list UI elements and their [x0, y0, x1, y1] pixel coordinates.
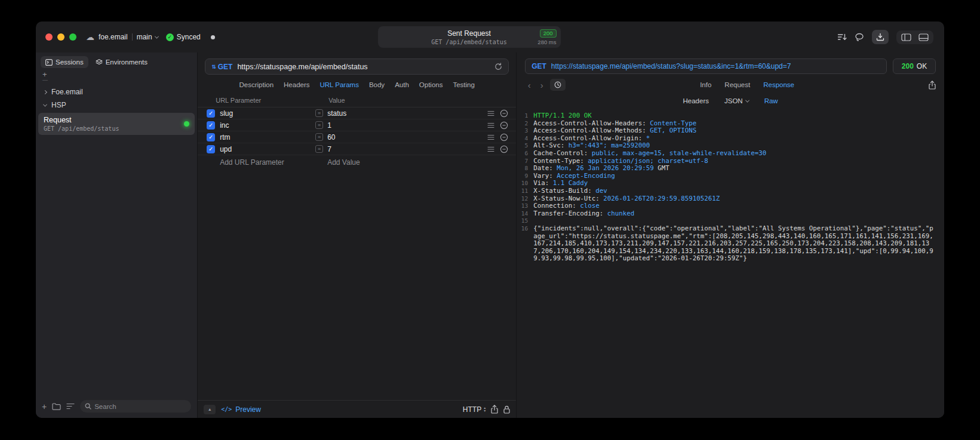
tab-environments[interactable]: Environments [91, 56, 152, 68]
share-icon[interactable] [929, 81, 936, 90]
add-request-button[interactable]: + [42, 402, 47, 411]
import-tray-icon[interactable] [872, 30, 889, 44]
tab-sessions-label: Sessions [56, 59, 84, 66]
history-clock-icon[interactable] [550, 79, 566, 91]
add-param-name[interactable]: Add URL Parameter [220, 158, 315, 167]
sync-label: Synced [177, 33, 201, 41]
add-group-button[interactable]: + [42, 71, 197, 78]
param-name[interactable]: upd [220, 145, 315, 153]
request-status-pill[interactable]: Sent Request GET /api/embed/status 200 2… [378, 26, 561, 48]
method-selector[interactable]: ⇅ GET [211, 63, 232, 71]
titlebar: ☁ foe.email main ✓ Synced Sent Request G… [36, 21, 944, 53]
response-code[interactable]: 1HTTP/1.1 200 OK2Access-Control-Allow-He… [517, 108, 944, 418]
tab-headers[interactable]: Headers [284, 81, 309, 88]
tab-url-params[interactable]: URL Params [320, 81, 359, 88]
preview-button[interactable]: </> Preview [221, 405, 261, 414]
param-value[interactable]: 60 [327, 133, 335, 141]
tab-info[interactable]: Info [700, 81, 711, 88]
subtab-headers[interactable]: Headers [683, 97, 709, 104]
param-checkbox[interactable]: ✓ [207, 109, 215, 118]
history-back-icon[interactable]: ‹ [525, 80, 533, 90]
remove-param-icon[interactable] [500, 121, 508, 130]
response-pane: GET https://statuspage.me/api/embed/stat… [517, 53, 944, 418]
tree-group-foe-email[interactable]: Foe.email [36, 85, 197, 99]
close-button[interactable] [45, 33, 53, 41]
reorder-lines-icon[interactable] [487, 146, 494, 152]
request-url-text[interactable]: https://statuspage.me/api/embed/status [237, 63, 367, 71]
share-icon[interactable] [491, 405, 498, 414]
tab-auth[interactable]: Auth [395, 81, 409, 88]
divider [132, 33, 133, 41]
request-url-bar[interactable]: ⇅ GET https://statuspage.me/api/embed/st… [205, 59, 509, 75]
param-row-actions [484, 109, 516, 118]
tree-group-hsp[interactable]: HSP [36, 99, 197, 112]
collapse-panel-icon[interactable]: ▲ [204, 405, 216, 414]
tab-body[interactable]: Body [369, 81, 385, 88]
param-add-row: Add URL Parameter Add Value [198, 155, 516, 169]
tab-request[interactable]: Request [724, 81, 750, 88]
equals-badge-icon: = [315, 121, 323, 129]
subtab-raw[interactable]: Raw [764, 97, 778, 104]
sidebar: Sessions Environments + — Foe.email [36, 53, 198, 418]
request-footer: ▲ </> Preview HTTP ▴▾ [198, 400, 516, 418]
http-version-selector[interactable]: HTTP ▴▾ [463, 405, 486, 414]
project-name[interactable]: foe.email [99, 33, 128, 41]
param-checkbox[interactable]: ✓ [207, 133, 215, 141]
request-item-text: Request GET /api/embed/status [44, 116, 184, 132]
new-folder-icon[interactable] [52, 403, 61, 410]
param-checkbox[interactable]: ✓ [207, 121, 215, 130]
search-input[interactable] [94, 403, 186, 410]
param-value-cell: =status [315, 109, 484, 118]
tab-response[interactable]: Response [763, 81, 794, 88]
branch-selector[interactable]: main [137, 33, 158, 41]
sent-request-url[interactable]: GET https://statuspage.me/api/embed/stat… [525, 59, 887, 74]
response-nav-bar: ‹ › Info Request Response [517, 76, 944, 94]
remove-param-icon[interactable] [500, 145, 508, 153]
response-top-bar: GET https://statuspage.me/api/embed/stat… [525, 59, 936, 74]
param-name[interactable]: rtm [220, 133, 315, 141]
refresh-icon[interactable] [494, 63, 502, 70]
sidebar-add-area: + — [36, 70, 197, 84]
reorder-lines-icon[interactable] [487, 134, 494, 140]
sessions-tree: Foe.email HSP Request GET /api/embed/sta… [36, 84, 197, 136]
param-name[interactable]: inc [220, 121, 315, 130]
param-value[interactable]: 7 [327, 145, 331, 153]
line-number: 8 [520, 165, 533, 173]
param-value[interactable]: 1 [327, 121, 331, 130]
http-label: HTTP [463, 405, 481, 414]
remove-param-icon[interactable] [500, 109, 508, 118]
toggle-left-panel-icon[interactable] [901, 33, 911, 41]
line-number: 3 [520, 127, 533, 135]
line-text: Transfer-Encoding: chunked [533, 210, 935, 218]
sidebar-request-item[interactable]: Request GET /api/embed/status [38, 113, 195, 135]
zoom-button[interactable] [69, 33, 76, 41]
reorder-lines-icon[interactable] [487, 110, 494, 116]
sidebar-search[interactable] [80, 400, 191, 413]
param-value[interactable]: status [327, 109, 346, 118]
sort-icon[interactable] [837, 33, 847, 41]
response-tabbar: Info Request Response [570, 81, 924, 88]
tree-group-label: Foe.email [51, 88, 83, 96]
equals-badge-icon: = [315, 145, 323, 153]
minimize-button[interactable] [57, 33, 64, 41]
remove-param-icon[interactable] [500, 133, 508, 141]
subtab-json[interactable]: JSON [724, 97, 749, 104]
param-checkbox[interactable]: ✓ [207, 145, 215, 153]
history-forward-icon[interactable]: › [537, 80, 546, 90]
group-by-icon[interactable] [66, 403, 75, 410]
tab-options[interactable]: Options [419, 81, 443, 88]
lasso-icon[interactable] [855, 33, 864, 42]
request-status-dot [184, 121, 189, 127]
project-info: ☁ foe.email main ✓ Synced [86, 33, 215, 41]
toggle-bottom-panel-icon[interactable] [918, 33, 929, 41]
tab-description[interactable]: Description [239, 81, 274, 88]
tab-testing[interactable]: Testing [453, 81, 474, 88]
sync-check-icon: ✓ [166, 33, 174, 41]
tab-sessions[interactable]: Sessions [41, 56, 88, 68]
add-param-value[interactable]: Add Value [327, 158, 360, 167]
param-name[interactable]: slug [220, 109, 315, 118]
line-text: Vary: Accept-Encoding [533, 173, 935, 180]
reorder-lines-icon[interactable] [487, 122, 494, 128]
column-header-name: URL Parameter [198, 97, 315, 104]
lock-icon[interactable] [503, 405, 510, 414]
